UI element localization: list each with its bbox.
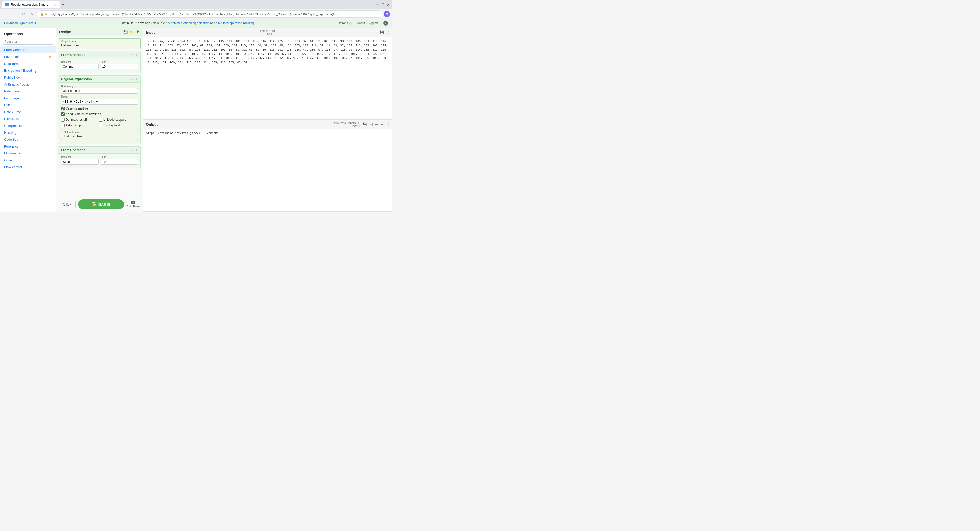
output-expand-icon[interactable]: ⛶ [385,122,389,126]
output-format-regex-card: Output format List matches [61,129,138,140]
sidebar-item-public-key[interactable]: Public Key [0,74,56,81]
unicode-checkbox[interactable] [99,118,102,121]
input-save-icon[interactable]: 💾 [380,30,384,35]
sidebar-item-favourites[interactable]: Favourites ★ [0,53,56,60]
sidebar-item-language[interactable]: Language [0,95,56,102]
sidebar-item-hashing[interactable]: Hashing [0,129,56,136]
built-in-regexes-field: Built in regexes User defined [61,85,138,94]
tab-favicon [5,3,9,6]
output-copy-icon[interactable]: 📋 [369,122,373,126]
base-field-1: Base [100,61,138,69]
input-maximize-icon[interactable]: ⛶ [385,30,389,35]
search-input[interactable] [3,38,53,45]
caret-dollar-label: ^ and $ match at newlines [65,112,101,116]
auto-bake-checkbox[interactable] [131,201,135,204]
minimize-button[interactable]: ─ [376,2,379,7]
astral-checkbox[interactable] [61,124,65,127]
regex-input[interactable] [61,99,138,105]
output-format-regex-value[interactable]: List matches [64,134,135,138]
caret-dollar-checkbox-label[interactable]: ^ and $ match at newlines [61,112,101,116]
output-save-icon[interactable]: 💾 [363,122,367,126]
forward-button[interactable]: → [11,10,18,18]
delimiter-input-1[interactable] [61,64,99,69]
load-recipe-icon[interactable]: 📁 [130,30,134,34]
sidebar-item-multimedia[interactable]: Multimedia [0,150,56,157]
url-text: https://gchq.github.io/CyberChef/#recipe… [45,13,374,16]
sidebar-item-encryption[interactable]: Encryption / Encoding [0,67,56,74]
close-button[interactable]: ✕ [387,2,390,7]
output-time-value: 2ms [340,121,346,124]
regex-input-label: Regex [61,95,138,98]
input-content[interactable]: eval(String.fromCharCode(118, 97, 114, 3… [143,37,392,120]
clear-recipe-icon[interactable]: 🗑 [136,30,140,34]
browser-nav-bar: ← → ↻ ⌂ 🔒 https://gchq.github.io/CyberCh… [0,9,392,19]
caret-dollar-checkbox[interactable] [61,112,65,116]
from-charcode-2-pause-icon[interactable]: ⏸ [135,148,138,152]
step-button[interactable]: STEP [59,201,76,208]
sidebar-item-extractors[interactable]: Extractors [0,115,56,122]
save-recipe-icon[interactable]: 💾 [123,30,127,34]
sidebar-item-label: Encryption / Encoding [4,69,36,72]
help-icon[interactable]: ? [383,21,388,26]
sidebar-item-flow-control[interactable]: Flow control [0,164,56,171]
tab-close-button[interactable]: ✕ [54,3,57,6]
sidebar-item-utils[interactable]: Utils [0,102,56,108]
new-tab-button[interactable]: + [62,2,65,7]
from-charcode-1-disable-icon[interactable]: ⊘ [130,53,133,57]
sidebar-item-label: Public Key [4,76,20,80]
regex-card-title: Regular expression [61,77,92,81]
home-button[interactable]: ⌂ [28,10,35,18]
sidebar-item-code-tidy[interactable]: Code tidy [0,136,56,143]
from-charcode-card-2-header: From Charcode ⊘ ⏸ [59,147,140,154]
from-charcode-1-pause-icon[interactable]: ⏸ [135,53,138,57]
astral-checkbox-label[interactable]: Astral support [61,124,97,127]
regex-pause-icon[interactable]: ⏸ [135,77,138,81]
display-total-checkbox[interactable] [99,124,102,127]
sidebar-item-other[interactable]: Other [0,157,56,164]
from-charcode-card-2-body: Delimiter Base [59,154,140,168]
built-in-regexes-value[interactable]: User defined [61,88,138,94]
download-link[interactable]: Download CyberChef ⬇ [4,21,37,25]
browser-chrome: Regular expression, 3 more - Cy... ✕ + ─… [0,0,392,9]
sidebar-item-compression[interactable]: Compression [0,122,56,129]
unicode-checkbox-label[interactable]: Unicode support [99,118,135,121]
regex-disable-icon[interactable]: ⊘ [130,77,133,81]
output-undo-icon[interactable]: ↩ [375,122,378,126]
delimiter-label-2: Delimiter [61,156,99,158]
options-button[interactable]: Options ⚙ [337,21,352,25]
base-input-2[interactable] [100,159,138,165]
display-total-checkbox-label[interactable]: Display total [99,124,135,127]
refresh-button[interactable]: ↻ [19,10,27,18]
encoding-detection-link[interactable]: Automated encoding detection [168,21,209,25]
chef-icon: 👨‍🍳 [92,202,97,207]
user-avatar[interactable]: M [384,11,390,17]
bookmark-star-icon[interactable]: ☆ [375,12,379,16]
sidebar-item-from-charcode[interactable]: From Charcode [0,46,56,53]
delimiter-input-2[interactable] [61,159,99,165]
output-redo-icon[interactable]: ↪ [380,122,383,126]
sidebar-item-arithmetic-logic[interactable]: Arithmetic / Logic [0,81,56,88]
browser-tab[interactable]: Regular expression, 3 more - Cy... ✕ [2,1,60,8]
operation-building-link[interactable]: simplified operation building [216,21,254,25]
sidebar-item-label: Date / Time [4,110,21,114]
bake-section: STEP 👨‍🍳 BAKE! Auto Bake [56,196,143,212]
back-button[interactable]: ← [2,10,9,18]
recipe-header-icons: 💾 📁 🗑 [123,30,140,34]
bake-button[interactable]: 👨‍🍳 BAKE! [78,199,124,209]
address-bar[interactable]: 🔒 https://gchq.github.io/CyberChef/#reci… [37,10,382,18]
sidebar-item-forensics[interactable]: Forensics [0,143,56,150]
sidebar-item-networking[interactable]: Networking [0,88,56,95]
dot-all-checkbox-label[interactable]: Dot matches all [61,118,97,121]
case-insensitive-label: Case insensitive [65,107,88,110]
tab-title: Regular expression, 3 more - Cy... [11,3,52,6]
about-support-link[interactable]: About / Support [357,21,378,25]
output-format-top-value[interactable]: List matches [61,43,138,47]
from-charcode-2-disable-icon[interactable]: ⊘ [130,148,133,152]
case-insensitive-checkbox[interactable] [61,107,65,110]
sidebar-item-date-time[interactable]: Date / Time [0,108,56,115]
dot-all-checkbox[interactable] [61,118,65,121]
sidebar-item-data-format[interactable]: Data format [0,60,56,67]
case-insensitive-checkbox-label[interactable]: Case insensitive [61,107,97,110]
maximize-button[interactable]: □ [382,2,384,7]
base-input-1[interactable] [100,64,138,69]
